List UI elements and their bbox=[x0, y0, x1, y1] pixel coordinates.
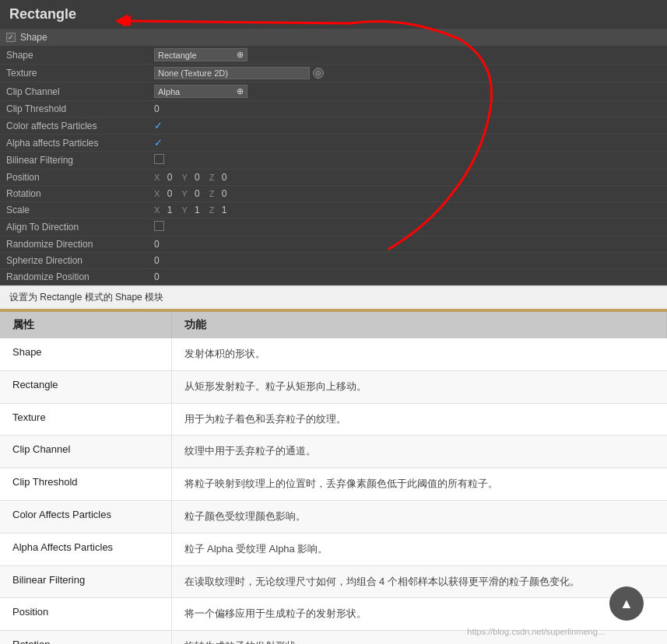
alpha-particles-check[interactable]: ✓ bbox=[154, 137, 163, 149]
watermark: https://blog.csdn.net/superlinmeng... bbox=[467, 627, 605, 636]
scroll-top-button[interactable]: ▲ bbox=[609, 586, 644, 621]
property-description: 用于为粒子着色和丢弃粒子的纹理。 bbox=[171, 403, 667, 436]
list-item: Position将一个偏移应用于生成粒子的发射形状。 bbox=[0, 598, 667, 631]
table-row: Spherize Direction 0 bbox=[0, 253, 667, 269]
property-description: 粒子颜色受纹理颜色影响。 bbox=[171, 500, 667, 533]
table-row: Clip Threshold 0 bbox=[0, 101, 667, 117]
property-name: Rectangle bbox=[0, 370, 171, 403]
inspector-panel: Rectangle ✓ Shape Shape bbox=[0, 0, 667, 285]
property-description: 将粒子映射到纹理上的位置时，丢弃像素颜色低于此阈值的所有粒子。 bbox=[171, 468, 667, 501]
row-label: Color affects Particles bbox=[0, 117, 148, 135]
pos-y: 0 bbox=[195, 172, 200, 183]
property-name: Clip Channel bbox=[0, 436, 171, 468]
row-label: Randomize Direction bbox=[0, 236, 148, 253]
panel-title: Rectangle bbox=[0, 0, 667, 29]
list-item: Color Affects Particles粒子颜色受纹理颜色影响。 bbox=[0, 500, 667, 533]
scale-z: 1 bbox=[222, 205, 227, 215]
property-description: 从矩形发射粒子。粒子从矩形向上移动。 bbox=[171, 370, 667, 403]
table-row: Position X 0 Y 0 Z 0 bbox=[0, 170, 667, 186]
inspector-table: Shape Rectangle⊕ Texture bbox=[0, 46, 667, 285]
table-row: Bilinear Filtering bbox=[0, 152, 667, 170]
table-row: Color affects Particles ✓ bbox=[0, 117, 667, 135]
list-item: Alpha Affects Particles粒子 Alpha 受纹理 Alph… bbox=[0, 533, 667, 565]
row-label: Bilinear Filtering bbox=[0, 152, 148, 170]
table-row: Alpha affects Particles ✓ bbox=[0, 135, 667, 152]
table-row: Randomize Position 0 bbox=[0, 269, 667, 285]
subtitle-text: 设置为 Rectangle 模式的 Shape 模块 bbox=[0, 285, 667, 309]
property-description: 粒子 Alpha 受纹理 Alpha 影响。 bbox=[171, 533, 667, 565]
table-row: Shape Rectangle⊕ bbox=[0, 46, 667, 65]
property-name: Position bbox=[0, 598, 171, 631]
property-name: Rotation bbox=[0, 631, 171, 644]
table-row: Randomize Direction 0 bbox=[0, 236, 667, 253]
header-property: 属性 bbox=[0, 312, 171, 338]
property-name: Color Affects Particles bbox=[0, 500, 171, 533]
property-name: Shape bbox=[0, 338, 171, 370]
pos-x: 0 bbox=[167, 172, 173, 183]
table-row: Scale X 1 Y 1 Z 1 bbox=[0, 202, 667, 219]
property-name: Clip Threshold bbox=[0, 468, 171, 501]
list-item: Clip Threshold将粒子映射到纹理上的位置时，丢弃像素颜色低于此阈值的… bbox=[0, 468, 667, 501]
rot-z: 0 bbox=[222, 188, 227, 199]
row-label: Spherize Direction bbox=[0, 253, 148, 269]
table-row: Align To Direction bbox=[0, 219, 667, 236]
clip-channel-dropdown[interactable]: Alpha⊕ bbox=[154, 85, 247, 98]
align-direction-check[interactable] bbox=[154, 221, 164, 231]
scale-y: 1 bbox=[195, 205, 200, 215]
property-description: 纹理中用于丢弃粒子的通道。 bbox=[171, 436, 667, 468]
color-particles-check[interactable]: ✓ bbox=[154, 120, 163, 131]
list-item: Shape发射体积的形状。 bbox=[0, 338, 667, 370]
header-function: 功能 bbox=[171, 312, 667, 338]
texture-dropdown[interactable]: None (Texture 2D) bbox=[154, 67, 310, 79]
property-table-section: 属性 功能 Shape发射体积的形状。Rectangle从矩形发射粒子。粒子从矩… bbox=[0, 312, 667, 644]
property-description: 将一个偏移应用于生成粒子的发射形状。 bbox=[171, 598, 667, 631]
property-description: 在读取纹理时，无论纹理尺寸如何，均组合 4 个相邻样本以获得更平滑的粒子颜色变化… bbox=[171, 565, 667, 598]
property-description: 发射体积的形状。 bbox=[171, 338, 667, 370]
inspector-header-label: Shape bbox=[20, 32, 47, 43]
inspector-header: ✓ Shape bbox=[0, 29, 667, 46]
property-reference-table: 属性 功能 Shape发射体积的形状。Rectangle从矩形发射粒子。粒子从矩… bbox=[0, 312, 667, 644]
list-item: Rectangle从矩形发射粒子。粒子从矩形向上移动。 bbox=[0, 370, 667, 403]
list-item: Clip Channel纹理中用于丢弃粒子的通道。 bbox=[0, 436, 667, 468]
property-name: Alpha Affects Particles bbox=[0, 533, 171, 565]
property-name: Bilinear Filtering bbox=[0, 565, 171, 598]
rot-y: 0 bbox=[195, 188, 200, 199]
row-label: Align To Direction bbox=[0, 219, 148, 236]
list-item: Texture用于为粒子着色和丢弃粒子的纹理。 bbox=[0, 403, 667, 436]
table-row: Rotation X 0 Y 0 Z 0 bbox=[0, 186, 667, 202]
row-label: Shape bbox=[0, 46, 148, 65]
scale-x: 1 bbox=[167, 205, 173, 215]
randomize-pos-value: 0 bbox=[154, 271, 160, 282]
table-header-row: 属性 功能 bbox=[0, 312, 667, 338]
clip-threshold-value: 0 bbox=[154, 103, 160, 114]
pos-z: 0 bbox=[222, 172, 227, 183]
row-label: Clip Threshold bbox=[0, 101, 148, 117]
shape-checkbox[interactable]: ✓ bbox=[6, 33, 16, 42]
scroll-top-icon: ▲ bbox=[620, 596, 634, 612]
spherize-dir-value: 0 bbox=[154, 255, 160, 266]
row-label: Randomize Position bbox=[0, 269, 148, 285]
row-label: Clip Channel bbox=[0, 82, 148, 101]
row-label: Texture bbox=[0, 65, 148, 82]
bilinear-check[interactable] bbox=[154, 154, 164, 164]
row-label: Scale bbox=[0, 202, 148, 219]
row-label: Rotation bbox=[0, 186, 148, 202]
property-name: Texture bbox=[0, 403, 171, 436]
list-item: Bilinear Filtering在读取纹理时，无论纹理尺寸如何，均组合 4 … bbox=[0, 565, 667, 598]
row-label: Alpha affects Particles bbox=[0, 135, 148, 152]
rot-x: 0 bbox=[167, 188, 173, 199]
table-row: Clip Channel Alpha⊕ bbox=[0, 82, 667, 101]
texture-circle-btn[interactable]: ⊙ bbox=[313, 68, 324, 79]
row-label: Position bbox=[0, 170, 148, 186]
randomize-dir-value: 0 bbox=[154, 239, 160, 250]
shape-dropdown[interactable]: Rectangle⊕ bbox=[154, 48, 247, 61]
table-row: Texture None (Texture 2D) ⊙ bbox=[0, 65, 667, 82]
